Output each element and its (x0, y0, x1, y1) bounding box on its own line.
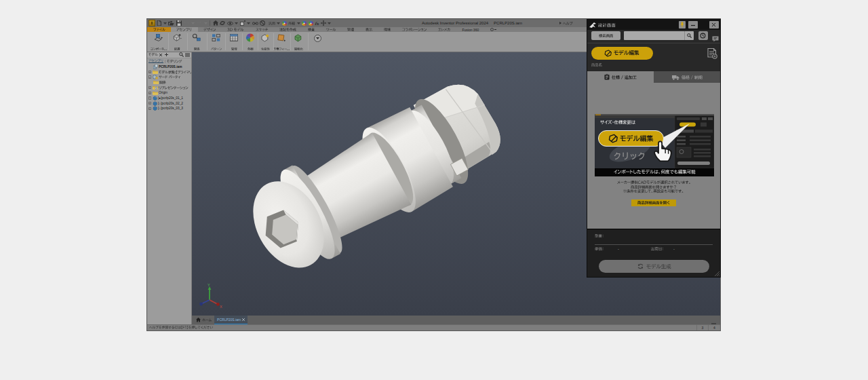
help-area: ヘルプ (559, 19, 573, 27)
ribbon-tab-7[interactable]: 管理 (342, 27, 360, 32)
tree-expand-icon[interactable]: + (149, 71, 152, 74)
undo-dropdown[interactable] (191, 22, 195, 24)
ribbon-tab-10[interactable]: コラボレーション (397, 27, 433, 32)
tree-row-5[interactable]: +Origin (147, 90, 191, 96)
browser-view-modeling[interactable]: モデリング (167, 60, 182, 63)
ribbon-button-2[interactable]: 関係 (187, 33, 206, 51)
new-file-button[interactable] (157, 20, 161, 26)
qat-customize-caret[interactable] (328, 22, 331, 24)
icon-art (245, 33, 255, 42)
tree-row-4[interactable]: +リプレゼンテーション (147, 85, 191, 90)
panel-close-button[interactable] (709, 21, 719, 28)
ribbon-tab-11[interactable]: エレメカ (433, 27, 456, 32)
appearance-wheel-icon[interactable] (282, 21, 287, 26)
model-edit-button[interactable]: モデル編集 (591, 47, 654, 60)
parameters-fx-button[interactable]: fx (315, 21, 319, 26)
doc-tab-document[interactable]: PCRLP20S.iam (214, 316, 248, 324)
tree-row-8[interactable]: +[○]pcrlp20s_03_3 (147, 106, 191, 111)
browser-view-assembly[interactable]: アセンブリ (149, 59, 163, 63)
ribbon-tab-8[interactable]: 表示 (360, 27, 378, 32)
ribbon-tab-file[interactable]: ファイル (147, 27, 171, 32)
ribbon-tab-6[interactable]: ツール (320, 27, 341, 32)
ribbon-button-8[interactable]: 簡略化 (289, 33, 308, 51)
ribbon-button-3[interactable]: パターン (207, 33, 226, 51)
tree-row-6[interactable]: +[●]pcrlp20s_01_1 (147, 96, 191, 101)
ribbon-tab-extra-icon[interactable] (485, 27, 502, 32)
tree-row-0-label: PCRLP20S.iam (159, 65, 182, 69)
browser-close-icon[interactable] (159, 54, 162, 56)
model-generate-button[interactable]: モデル生成 (599, 260, 709, 273)
undo-button[interactable] (183, 21, 189, 25)
banner-caption-label: インポートしたモデルは、何度でも編集可能 (614, 170, 696, 174)
tree-expand-icon[interactable]: + (149, 75, 152, 79)
ribbon-tab-5[interactable]: 検査 (302, 27, 320, 32)
ribbon-button-7[interactable]: 作業フィー... (272, 33, 291, 51)
panel-pin-button[interactable] (679, 21, 686, 28)
panel-minimize-button[interactable] (688, 21, 698, 28)
insert-component-button[interactable] (240, 20, 245, 26)
appearance-dropdown[interactable]: 外観 (288, 22, 295, 25)
icon-art (308, 28, 315, 31)
tab-spec[interactable]: 仕様 / 追加工 (587, 71, 654, 83)
ribbon-button-1[interactable]: 配置 (167, 33, 186, 51)
save-button[interactable] (176, 20, 182, 26)
tree-expand-icon[interactable]: + (149, 102, 152, 105)
ribbon-tab-9[interactable]: 環境 (378, 27, 397, 32)
browser-menu-icon[interactable] (185, 53, 190, 57)
browser-tab-model[interactable]: モデル (149, 53, 158, 56)
tree-row-2[interactable]: +サード パーティ (147, 75, 191, 80)
history-button[interactable] (698, 31, 708, 40)
tree-row-1[interactable]: +モデル状態:【プライマリ】 (147, 69, 191, 75)
tab-price[interactable]: 価格 / 納期 (654, 71, 720, 83)
ribbon-tab-1[interactable]: デザイン (198, 27, 222, 32)
inventor-logo[interactable]: I (149, 20, 155, 26)
ribbon-tab-0[interactable]: アセンブリ (171, 27, 198, 32)
ribbon-tab-2[interactable]: 3D モデル (222, 27, 250, 32)
search-screen-button[interactable]: 検索画面 (591, 31, 621, 40)
tree-row-7[interactable]: +[○]pcrlp20s_02_2 (147, 100, 191, 106)
material-dropdown[interactable]: 汎用 (269, 22, 275, 25)
material-caret[interactable] (277, 22, 280, 24)
measure-button[interactable] (321, 20, 326, 26)
product-detail-doc-icon[interactable] (707, 48, 717, 62)
open-button[interactable] (168, 21, 174, 26)
ribbon-button-0[interactable]: コンポーネ... (149, 33, 168, 51)
ribbon-tab-4[interactable]: 注記を作成 (274, 27, 302, 32)
tree-row-3[interactable]: 関係 (147, 80, 191, 86)
panel-resize-handle[interactable] (715, 271, 719, 276)
doc-tab-close-icon[interactable] (242, 318, 245, 321)
redo-button[interactable] (196, 21, 202, 25)
promo-banner[interactable]: サイズ・仕様変更はモデル編集 クリックインポートしたモデルは、何度でも編集可能 (595, 114, 714, 176)
tree-expand-icon[interactable]: + (149, 86, 152, 90)
icon-art (165, 53, 168, 56)
tree-expand-icon[interactable]: + (149, 96, 152, 100)
doc-tab-home[interactable]: ホーム (193, 316, 214, 324)
view-dropdown[interactable] (235, 22, 238, 24)
icon-art (687, 33, 692, 38)
home-view-button[interactable] (213, 20, 218, 26)
tree-expand-icon[interactable]: + (149, 107, 152, 111)
appearance-caret[interactable] (297, 22, 300, 24)
look-at-button[interactable] (227, 21, 233, 26)
redo-dropdown[interactable] (204, 22, 208, 24)
search-submit-icon[interactable] (684, 31, 694, 40)
help-label[interactable]: ヘルプ (563, 22, 573, 25)
ribbon-tab-3[interactable]: スケッチ (250, 27, 273, 32)
browser-search-icon[interactable] (179, 52, 184, 57)
color-wheel-icon-3[interactable] (309, 21, 313, 26)
no-entry-icon[interactable] (260, 20, 265, 26)
color-wheel-icon-2[interactable] (302, 21, 307, 26)
ribbon-separator (187, 33, 188, 50)
link-button[interactable] (252, 21, 258, 26)
tree-row-0[interactable]: PCRLP20S.iam (147, 64, 191, 70)
orbit-button[interactable] (220, 20, 225, 26)
ribbon-collapse-button[interactable] (314, 35, 321, 42)
tree-expand-icon[interactable]: + (149, 92, 152, 95)
icon-art (154, 33, 163, 42)
insert-dropdown[interactable] (247, 22, 250, 24)
panel-search-input[interactable] (624, 31, 694, 40)
product-detail-button[interactable]: 商品詳細画面を開く (631, 200, 676, 207)
ribbon-tab-12[interactable]: Fusion 360 (456, 27, 485, 32)
new-file-dropdown[interactable] (163, 22, 167, 24)
browser-add-icon[interactable] (165, 53, 168, 56)
